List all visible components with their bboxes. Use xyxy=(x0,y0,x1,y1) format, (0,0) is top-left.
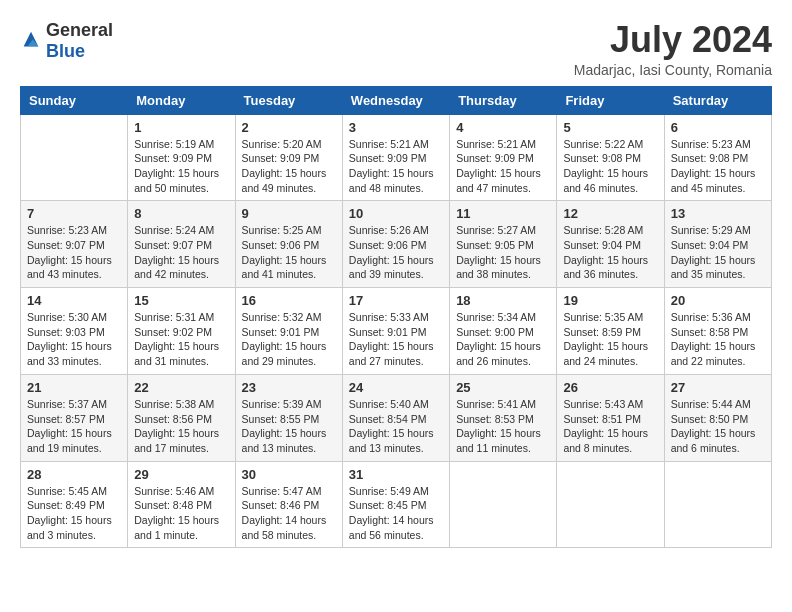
calendar-cell: 18 Sunrise: 5:34 AM Sunset: 9:00 PM Dayl… xyxy=(450,288,557,375)
weekday-header: Friday xyxy=(557,86,664,114)
calendar-cell: 11 Sunrise: 5:27 AM Sunset: 9:05 PM Dayl… xyxy=(450,201,557,288)
day-number: 10 xyxy=(349,206,443,221)
day-info: Sunrise: 5:47 AM Sunset: 8:46 PM Dayligh… xyxy=(242,484,336,543)
location: Madarjac, Iasi County, Romania xyxy=(574,62,772,78)
day-info: Sunrise: 5:37 AM Sunset: 8:57 PM Dayligh… xyxy=(27,397,121,456)
calendar-cell xyxy=(664,461,771,548)
calendar-cell: 24 Sunrise: 5:40 AM Sunset: 8:54 PM Dayl… xyxy=(342,374,449,461)
day-info: Sunrise: 5:30 AM Sunset: 9:03 PM Dayligh… xyxy=(27,310,121,369)
day-number: 27 xyxy=(671,380,765,395)
day-info: Sunrise: 5:45 AM Sunset: 8:49 PM Dayligh… xyxy=(27,484,121,543)
calendar-cell: 30 Sunrise: 5:47 AM Sunset: 8:46 PM Dayl… xyxy=(235,461,342,548)
month-title: July 2024 xyxy=(574,20,772,60)
day-number: 30 xyxy=(242,467,336,482)
logo-icon xyxy=(20,30,42,52)
day-info: Sunrise: 5:24 AM Sunset: 9:07 PM Dayligh… xyxy=(134,223,228,282)
calendar-cell: 27 Sunrise: 5:44 AM Sunset: 8:50 PM Dayl… xyxy=(664,374,771,461)
weekday-header: Thursday xyxy=(450,86,557,114)
day-number: 19 xyxy=(563,293,657,308)
day-number: 23 xyxy=(242,380,336,395)
weekday-header: Saturday xyxy=(664,86,771,114)
calendar-cell: 23 Sunrise: 5:39 AM Sunset: 8:55 PM Dayl… xyxy=(235,374,342,461)
calendar-cell xyxy=(21,114,128,201)
day-info: Sunrise: 5:34 AM Sunset: 9:00 PM Dayligh… xyxy=(456,310,550,369)
calendar-cell: 21 Sunrise: 5:37 AM Sunset: 8:57 PM Dayl… xyxy=(21,374,128,461)
day-number: 16 xyxy=(242,293,336,308)
calendar-cell: 9 Sunrise: 5:25 AM Sunset: 9:06 PM Dayli… xyxy=(235,201,342,288)
logo-blue: Blue xyxy=(46,41,85,61)
day-info: Sunrise: 5:25 AM Sunset: 9:06 PM Dayligh… xyxy=(242,223,336,282)
day-number: 21 xyxy=(27,380,121,395)
day-number: 26 xyxy=(563,380,657,395)
day-number: 25 xyxy=(456,380,550,395)
day-info: Sunrise: 5:38 AM Sunset: 8:56 PM Dayligh… xyxy=(134,397,228,456)
day-number: 31 xyxy=(349,467,443,482)
day-number: 15 xyxy=(134,293,228,308)
calendar-week-row: 28 Sunrise: 5:45 AM Sunset: 8:49 PM Dayl… xyxy=(21,461,772,548)
calendar-week-row: 21 Sunrise: 5:37 AM Sunset: 8:57 PM Dayl… xyxy=(21,374,772,461)
calendar-cell: 26 Sunrise: 5:43 AM Sunset: 8:51 PM Dayl… xyxy=(557,374,664,461)
calendar-cell: 16 Sunrise: 5:32 AM Sunset: 9:01 PM Dayl… xyxy=(235,288,342,375)
day-number: 9 xyxy=(242,206,336,221)
calendar-cell: 2 Sunrise: 5:20 AM Sunset: 9:09 PM Dayli… xyxy=(235,114,342,201)
day-info: Sunrise: 5:40 AM Sunset: 8:54 PM Dayligh… xyxy=(349,397,443,456)
day-number: 20 xyxy=(671,293,765,308)
day-number: 12 xyxy=(563,206,657,221)
logo-text: General Blue xyxy=(46,20,113,62)
day-number: 28 xyxy=(27,467,121,482)
day-info: Sunrise: 5:33 AM Sunset: 9:01 PM Dayligh… xyxy=(349,310,443,369)
calendar-cell: 29 Sunrise: 5:46 AM Sunset: 8:48 PM Dayl… xyxy=(128,461,235,548)
day-info: Sunrise: 5:27 AM Sunset: 9:05 PM Dayligh… xyxy=(456,223,550,282)
day-number: 11 xyxy=(456,206,550,221)
day-info: Sunrise: 5:31 AM Sunset: 9:02 PM Dayligh… xyxy=(134,310,228,369)
calendar-cell: 7 Sunrise: 5:23 AM Sunset: 9:07 PM Dayli… xyxy=(21,201,128,288)
day-number: 4 xyxy=(456,120,550,135)
calendar-cell: 25 Sunrise: 5:41 AM Sunset: 8:53 PM Dayl… xyxy=(450,374,557,461)
day-info: Sunrise: 5:22 AM Sunset: 9:08 PM Dayligh… xyxy=(563,137,657,196)
day-number: 5 xyxy=(563,120,657,135)
day-info: Sunrise: 5:28 AM Sunset: 9:04 PM Dayligh… xyxy=(563,223,657,282)
day-info: Sunrise: 5:32 AM Sunset: 9:01 PM Dayligh… xyxy=(242,310,336,369)
day-number: 13 xyxy=(671,206,765,221)
page-header: General Blue July 2024 Madarjac, Iasi Co… xyxy=(20,20,772,78)
calendar-cell: 8 Sunrise: 5:24 AM Sunset: 9:07 PM Dayli… xyxy=(128,201,235,288)
calendar-cell: 6 Sunrise: 5:23 AM Sunset: 9:08 PM Dayli… xyxy=(664,114,771,201)
day-info: Sunrise: 5:26 AM Sunset: 9:06 PM Dayligh… xyxy=(349,223,443,282)
weekday-header: Monday xyxy=(128,86,235,114)
weekday-header: Wednesday xyxy=(342,86,449,114)
logo: General Blue xyxy=(20,20,113,62)
calendar-cell: 1 Sunrise: 5:19 AM Sunset: 9:09 PM Dayli… xyxy=(128,114,235,201)
calendar-cell: 14 Sunrise: 5:30 AM Sunset: 9:03 PM Dayl… xyxy=(21,288,128,375)
day-number: 17 xyxy=(349,293,443,308)
calendar-week-row: 7 Sunrise: 5:23 AM Sunset: 9:07 PM Dayli… xyxy=(21,201,772,288)
day-info: Sunrise: 5:20 AM Sunset: 9:09 PM Dayligh… xyxy=(242,137,336,196)
weekday-header: Tuesday xyxy=(235,86,342,114)
day-info: Sunrise: 5:39 AM Sunset: 8:55 PM Dayligh… xyxy=(242,397,336,456)
day-number: 8 xyxy=(134,206,228,221)
calendar-cell: 3 Sunrise: 5:21 AM Sunset: 9:09 PM Dayli… xyxy=(342,114,449,201)
logo-general: General xyxy=(46,20,113,40)
day-info: Sunrise: 5:29 AM Sunset: 9:04 PM Dayligh… xyxy=(671,223,765,282)
day-info: Sunrise: 5:21 AM Sunset: 9:09 PM Dayligh… xyxy=(349,137,443,196)
calendar-header-row: SundayMondayTuesdayWednesdayThursdayFrid… xyxy=(21,86,772,114)
calendar-cell xyxy=(450,461,557,548)
calendar-cell: 20 Sunrise: 5:36 AM Sunset: 8:58 PM Dayl… xyxy=(664,288,771,375)
day-info: Sunrise: 5:36 AM Sunset: 8:58 PM Dayligh… xyxy=(671,310,765,369)
calendar-cell: 5 Sunrise: 5:22 AM Sunset: 9:08 PM Dayli… xyxy=(557,114,664,201)
day-info: Sunrise: 5:19 AM Sunset: 9:09 PM Dayligh… xyxy=(134,137,228,196)
day-number: 1 xyxy=(134,120,228,135)
calendar-cell: 15 Sunrise: 5:31 AM Sunset: 9:02 PM Dayl… xyxy=(128,288,235,375)
day-info: Sunrise: 5:43 AM Sunset: 8:51 PM Dayligh… xyxy=(563,397,657,456)
day-info: Sunrise: 5:44 AM Sunset: 8:50 PM Dayligh… xyxy=(671,397,765,456)
calendar-cell: 13 Sunrise: 5:29 AM Sunset: 9:04 PM Dayl… xyxy=(664,201,771,288)
day-number: 7 xyxy=(27,206,121,221)
day-info: Sunrise: 5:21 AM Sunset: 9:09 PM Dayligh… xyxy=(456,137,550,196)
calendar-cell xyxy=(557,461,664,548)
day-number: 29 xyxy=(134,467,228,482)
calendar-week-row: 1 Sunrise: 5:19 AM Sunset: 9:09 PM Dayli… xyxy=(21,114,772,201)
weekday-header: Sunday xyxy=(21,86,128,114)
calendar-cell: 19 Sunrise: 5:35 AM Sunset: 8:59 PM Dayl… xyxy=(557,288,664,375)
calendar-cell: 31 Sunrise: 5:49 AM Sunset: 8:45 PM Dayl… xyxy=(342,461,449,548)
day-number: 6 xyxy=(671,120,765,135)
day-info: Sunrise: 5:41 AM Sunset: 8:53 PM Dayligh… xyxy=(456,397,550,456)
